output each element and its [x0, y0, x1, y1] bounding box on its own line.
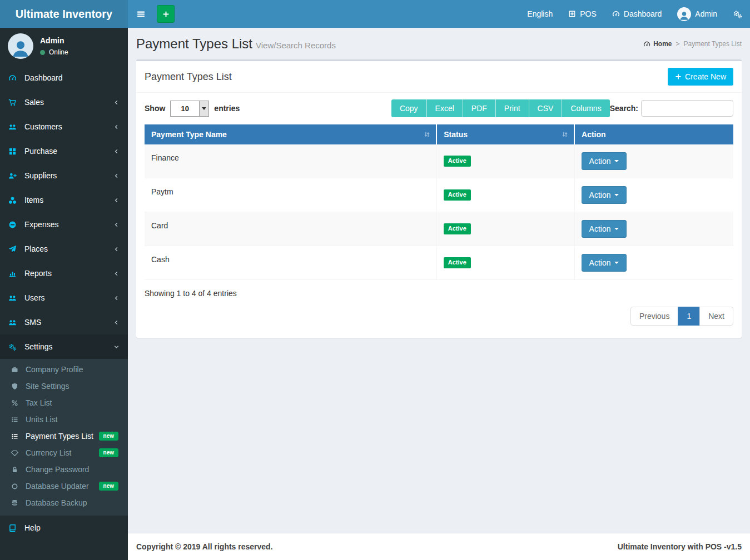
new-badge: new — [99, 448, 118, 457]
excel-button[interactable]: Excel — [426, 99, 463, 117]
payment-types-table: Payment Type Name Status Action — [145, 124, 733, 280]
pos-link[interactable]: POS — [560, 0, 604, 28]
chevron-left-icon — [113, 246, 120, 252]
sidebar-item-label: Purchase — [24, 147, 57, 156]
sidebar-item-site-settings[interactable]: Site Settings — [0, 378, 128, 394]
users-icon — [8, 123, 24, 131]
caret-down-icon — [614, 262, 619, 264]
page-1-button[interactable]: 1 — [678, 307, 700, 326]
sidebar-item-tax-list[interactable]: Tax List — [0, 394, 128, 411]
sidebar-item-reports[interactable]: Reports — [0, 261, 128, 286]
action-dropdown-button[interactable]: Action — [582, 152, 627, 170]
page-title: Payment Types ListView/Search Records — [136, 36, 336, 52]
create-new-button[interactable]: Create New — [668, 68, 733, 86]
sidebar-item-company-profile[interactable]: Company Profile — [0, 361, 128, 378]
pagination: Previous 1 Next — [630, 307, 733, 326]
sidebar-item-items[interactable]: Items — [0, 188, 128, 212]
next-page-button[interactable]: Next — [699, 307, 733, 326]
dashboard-link[interactable]: Dashboard — [604, 0, 670, 28]
chevron-left-icon — [113, 148, 120, 154]
sidebar-menu: Dashboard Sales Customers Purchase Suppl… — [0, 66, 128, 540]
sidebar: Admin Online Dashboard Sales Customers — [0, 28, 128, 560]
sidebar-item-users[interactable]: Users — [0, 286, 128, 310]
online-status: Online — [40, 48, 68, 56]
search-control: Search: — [610, 100, 733, 117]
csv-button[interactable]: CSV — [529, 99, 562, 117]
column-header-status[interactable]: Status — [436, 124, 574, 144]
sidebar-item-customers[interactable]: Customers — [0, 114, 128, 139]
previous-page-button[interactable]: Previous — [630, 307, 678, 326]
chevron-left-icon — [113, 222, 120, 228]
chevron-left-icon — [113, 99, 120, 106]
content-header: Payment Types ListView/Search Records Ho… — [128, 28, 750, 59]
new-badge: new — [99, 432, 118, 441]
settings-menu-button[interactable] — [725, 0, 750, 28]
column-label: Status — [444, 130, 468, 139]
chevron-left-icon — [113, 173, 120, 179]
action-dropdown-button[interactable]: Action — [582, 254, 627, 272]
sidebar-item-dashboard[interactable]: Dashboard — [0, 66, 128, 90]
sidebar-item-purchase[interactable]: Purchase — [0, 139, 128, 163]
book-icon — [8, 524, 24, 532]
gears-icon — [8, 343, 24, 351]
dashboard-label: Dashboard — [624, 9, 662, 18]
navbar: English POS Dashboard Admin — [128, 0, 750, 28]
quick-add-button[interactable] — [157, 5, 175, 23]
new-badge: new — [99, 482, 118, 491]
settings-submenu: Company Profile Site Settings Tax List U… — [0, 359, 128, 516]
version-text: Ultimate Inventory with POS -v1.5 — [618, 542, 742, 551]
sidebar-item-places[interactable]: Places — [0, 237, 128, 261]
sidebar-item-sales[interactable]: Sales — [0, 90, 128, 114]
sidebar-item-units-list[interactable]: Units List — [0, 411, 128, 428]
page-length-control: Show 10 entries — [145, 101, 240, 117]
sidebar-user-name: Admin — [40, 36, 68, 45]
payment-type-name-cell: Paytm — [145, 178, 436, 212]
sidebar-item-settings[interactable]: Settings — [0, 334, 128, 359]
sidebar-item-expenses[interactable]: Expenses — [0, 212, 128, 237]
sidebar-item-suppliers[interactable]: Suppliers — [0, 163, 128, 188]
sort-icon — [423, 131, 431, 138]
app-logo[interactable]: Ultimate Inventory — [0, 0, 128, 28]
page-length-select[interactable]: 10 — [170, 101, 209, 117]
sidebar-item-label: Places — [24, 244, 48, 253]
sidebar-item-change-password[interactable]: Change Password — [0, 461, 128, 478]
table-row: Cash Active Action — [145, 246, 733, 280]
sidebar-item-currency-list[interactable]: Currency List new — [0, 444, 128, 461]
sidebar-item-label: Settings — [24, 342, 53, 351]
search-label: Search: — [610, 104, 638, 113]
sidebar-user-panel: Admin Online — [0, 28, 128, 66]
select-arrow-icon[interactable] — [199, 101, 208, 116]
sidebar-item-help[interactable]: Help — [0, 516, 128, 540]
chevron-down-icon — [113, 344, 120, 350]
avatar — [8, 33, 33, 59]
list-icon — [11, 416, 26, 423]
sidebar-item-sms[interactable]: SMS — [0, 310, 128, 334]
columns-button[interactable]: Columns — [562, 99, 609, 117]
cart-icon — [8, 98, 24, 107]
bar-chart-icon — [8, 269, 24, 278]
language-menu[interactable]: English — [519, 0, 560, 28]
sidebar-item-payment-types-list[interactable]: Payment Types List new — [0, 428, 128, 444]
language-label: English — [527, 9, 553, 18]
breadcrumb-home[interactable]: Home — [643, 40, 672, 48]
print-button[interactable]: Print — [495, 99, 529, 117]
user-menu[interactable]: Admin — [669, 0, 725, 28]
copy-button[interactable]: Copy — [391, 99, 426, 117]
sidebar-item-label: Payment Types List — [26, 432, 93, 441]
pos-label: POS — [580, 9, 597, 18]
search-input[interactable] — [641, 100, 733, 117]
sidebar-item-label: SMS — [24, 318, 41, 327]
sidebar-item-database-updater[interactable]: Database Updater new — [0, 478, 128, 494]
table-row: Paytm Active Action — [145, 178, 733, 212]
sidebar-item-label: Customers — [24, 122, 62, 131]
column-header-payment-type-name[interactable]: Payment Type Name — [145, 124, 436, 144]
lock-icon — [11, 466, 26, 473]
pdf-button[interactable]: PDF — [463, 99, 495, 117]
sidebar-toggle-button[interactable] — [128, 0, 153, 28]
action-dropdown-button[interactable]: Action — [582, 220, 627, 238]
action-dropdown-button[interactable]: Action — [582, 186, 627, 204]
sidebar-item-label: Suppliers — [24, 171, 57, 180]
sidebar-item-database-backup[interactable]: Database Backup — [0, 494, 128, 511]
breadcrumb-home-label: Home — [653, 40, 672, 48]
menu-icon — [136, 9, 146, 19]
